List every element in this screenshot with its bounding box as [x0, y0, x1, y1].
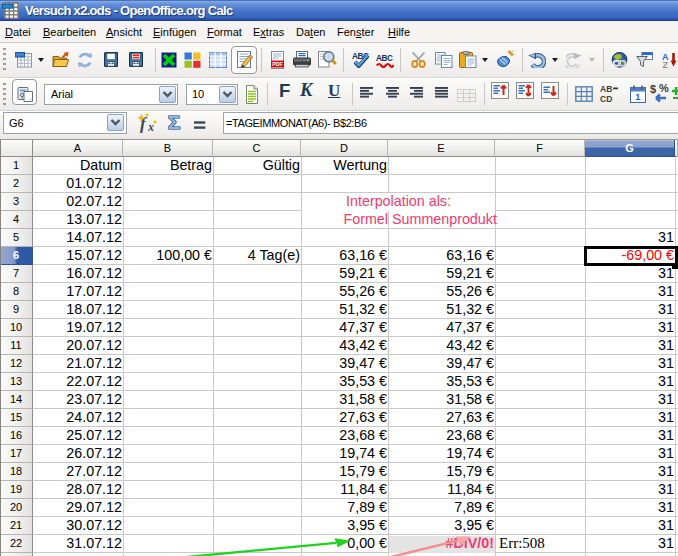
svg-text:Σ: Σ	[168, 114, 181, 133]
svg-text:$: $	[650, 83, 656, 95]
svg-text:1: 1	[635, 91, 641, 102]
svg-text:Z: Z	[663, 60, 669, 69]
svg-text:ABC: ABC	[376, 54, 393, 63]
svg-text:PDF: PDF	[272, 61, 282, 67]
svg-text:CD: CD	[600, 94, 612, 104]
svg-text:AB: AB	[600, 84, 612, 94]
svg-text:%: %	[659, 83, 669, 94]
